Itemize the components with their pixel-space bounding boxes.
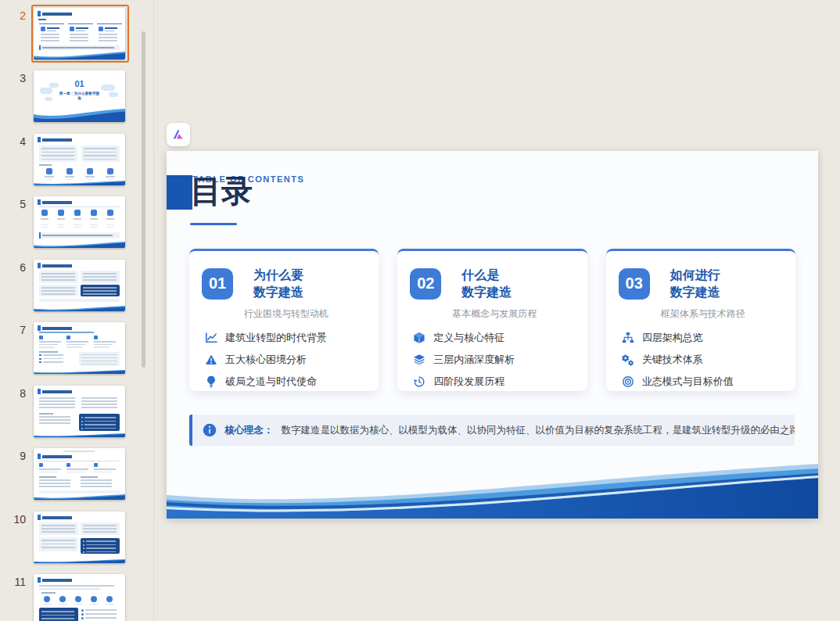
assistant-logo-button[interactable] bbox=[167, 123, 190, 146]
thumb-shape bbox=[41, 224, 48, 225]
thumb-shape bbox=[42, 201, 72, 204]
thumb-shape bbox=[99, 40, 117, 41]
toc-card-1[interactable]: 01 为什么要数字建造 行业困境与转型动机 建筑业转型的时代背景 五大核心困境分… bbox=[189, 249, 379, 391]
thumb-shape bbox=[81, 357, 117, 358]
thumb-shape bbox=[84, 421, 116, 422]
thumb-shape bbox=[41, 293, 75, 295]
slide-thumbnail-5[interactable] bbox=[34, 196, 125, 248]
thumb-shape bbox=[42, 455, 72, 458]
toc-item: 五大核心困境分析 bbox=[205, 353, 379, 367]
thumb-shape bbox=[83, 528, 117, 529]
thumb-shape bbox=[41, 34, 59, 35]
note-label: 核心理念： bbox=[224, 424, 274, 437]
slide-thumbnail-2[interactable] bbox=[34, 8, 125, 59]
thumb-shape bbox=[38, 263, 41, 268]
thumb-shape bbox=[39, 336, 43, 339]
thumb-shape bbox=[86, 551, 116, 553]
slide-number-5: 5 bbox=[5, 198, 26, 210]
thumb-cover-title: 第一章：为什么要数字建造 bbox=[58, 91, 101, 101]
card-items: 四层架构总览 关键技术体系 业态模式与目标价值 bbox=[622, 331, 795, 389]
thumb-shape bbox=[66, 341, 88, 343]
thumb-shape bbox=[66, 463, 70, 467]
slide-number-4: 4 bbox=[5, 135, 26, 148]
slide-thumbnail-6[interactable] bbox=[34, 260, 125, 311]
thumb-shape bbox=[38, 19, 46, 20]
thumb-shape bbox=[41, 525, 75, 526]
toc-card-3[interactable]: 03 如何进行数字建造 框架体系与技术路径 四层架构总览 关键技术体系 业态模式… bbox=[606, 249, 795, 391]
slide-thumbnail-10[interactable] bbox=[34, 512, 125, 563]
slide-thumbnail-8[interactable] bbox=[34, 386, 125, 437]
thumb-shape bbox=[106, 176, 115, 178]
app-logo-icon bbox=[171, 127, 186, 142]
thumb-shape bbox=[70, 34, 88, 35]
slide-thumbnail-7[interactable] bbox=[34, 322, 125, 374]
card-header: 01 为什么要数字建造 bbox=[202, 267, 379, 300]
thumb-shape bbox=[107, 168, 113, 174]
slide-number-9: 9 bbox=[5, 450, 26, 462]
thumb-cover-number: 01 bbox=[34, 79, 125, 88]
thumb-shape bbox=[58, 210, 64, 216]
toc-item: 三层内涵深度解析 bbox=[413, 353, 587, 367]
thumb-shape bbox=[91, 227, 97, 228]
thumb-shape bbox=[83, 547, 84, 549]
slide-bottom-wave bbox=[167, 464, 818, 519]
thumb-wave-decoration bbox=[34, 242, 125, 248]
thumb-shape bbox=[38, 325, 41, 331]
thumb-shape bbox=[83, 540, 84, 542]
card-subtitle: 框架体系与技术路径 bbox=[661, 307, 795, 321]
thumb-shape bbox=[91, 596, 97, 602]
thumb-shape bbox=[107, 210, 113, 216]
thumb-shape bbox=[39, 341, 61, 343]
thumb-shape bbox=[41, 40, 59, 41]
thumb-shape bbox=[84, 159, 117, 160]
thumb-shape bbox=[41, 37, 59, 38]
thumb-shape bbox=[84, 155, 117, 156]
thumb-shape bbox=[81, 364, 117, 364]
thumb-shape bbox=[39, 490, 120, 494]
toc-card-2[interactable]: 02 什么是数字建造 基本概念与发展历程 定义与核心特征 三层内涵深度解析 四阶… bbox=[397, 249, 587, 391]
slide-thumbnail-9[interactable] bbox=[34, 448, 125, 500]
slide-thumbnail-11[interactable] bbox=[34, 574, 125, 621]
gears-icon bbox=[622, 354, 634, 366]
thumb-shape bbox=[105, 27, 117, 30]
thumb-shape bbox=[81, 483, 112, 484]
thumb-shape bbox=[75, 596, 81, 602]
thumb-shape bbox=[89, 604, 99, 605]
thumb-shape bbox=[81, 428, 83, 429]
thumb-shape bbox=[42, 13, 72, 16]
thumb-shape bbox=[57, 224, 65, 225]
thumb-shape bbox=[39, 461, 120, 461]
thumb-shape bbox=[45, 97, 52, 101]
slide-title: 目录 bbox=[190, 175, 253, 206]
thumb-shape bbox=[81, 400, 117, 402]
thumb-shape bbox=[94, 463, 98, 467]
note-text: 数字建造是以数据为核心、以模型为载体、以协同为特征、以价值为目标的复杂系统工程，… bbox=[282, 424, 795, 437]
thumb-shape bbox=[81, 609, 84, 612]
thumb-shape bbox=[84, 417, 116, 418]
slide-thumbnail-4[interactable] bbox=[34, 134, 125, 185]
slide-canvas[interactable]: TABLE OF CONTENTS 目录 01 为什么要数字建造 行业困境与转型… bbox=[167, 151, 818, 519]
thumb-shape bbox=[42, 138, 72, 142]
thumb-shape bbox=[42, 604, 52, 605]
toc-item: 四层架构总览 bbox=[622, 331, 795, 345]
thumb-shape bbox=[39, 299, 120, 302]
slide-thumbnail-3[interactable]: 01第一章：为什么要数字建造 bbox=[34, 70, 125, 122]
thumb-shape bbox=[76, 31, 85, 32]
thumb-shape bbox=[39, 358, 41, 360]
thumb-shape bbox=[106, 596, 113, 602]
thumb-shape bbox=[38, 389, 41, 394]
thumb-shape bbox=[38, 11, 41, 16]
thumb-shape bbox=[74, 210, 81, 216]
thumb-shape bbox=[39, 45, 41, 50]
thumb-shape bbox=[39, 407, 75, 408]
thumb-shape bbox=[66, 179, 73, 180]
thumb-shape bbox=[39, 479, 70, 481]
thumb-shape bbox=[39, 468, 61, 470]
thumb-shape bbox=[66, 336, 70, 339]
thumb-shape bbox=[83, 293, 117, 295]
toc-item: 定义与核心特征 bbox=[413, 331, 587, 345]
thumb-wave-decoration bbox=[34, 559, 125, 563]
thumb-shape bbox=[43, 358, 63, 360]
thumbnail-scrollbar[interactable] bbox=[142, 31, 145, 368]
thumb-shape bbox=[47, 31, 56, 32]
